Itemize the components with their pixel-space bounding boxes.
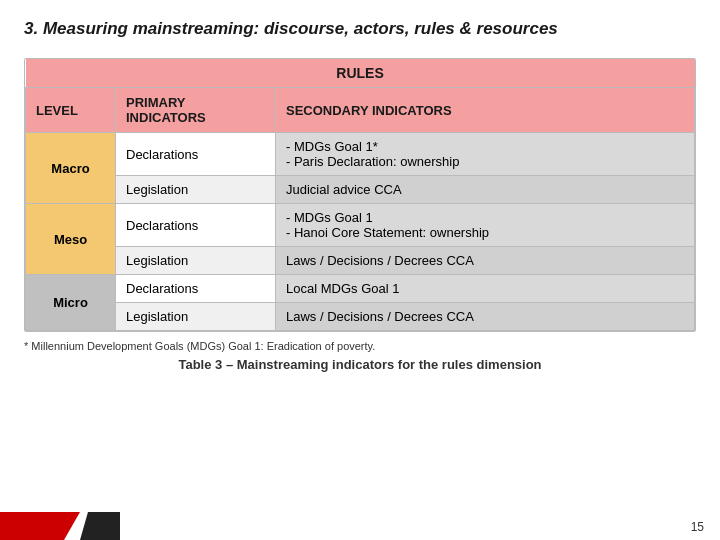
rules-table-wrapper: RULES LEVEL PRIMARY INDICATORS SECONDARY… <box>24 58 696 332</box>
page-number: 15 <box>691 520 704 534</box>
secondary-macro-declarations: - MDGs Goal 1*- Paris Declaration: owner… <box>276 133 695 176</box>
bottom-decoration <box>0 512 120 540</box>
level-meso: Meso <box>26 204 116 275</box>
footnote: * Millennium Development Goals (MDGs) Go… <box>24 340 696 352</box>
primary-macro-legislation: Legislation <box>116 176 276 204</box>
secondary-micro-legislation: Laws / Decisions / Decrees CCA <box>276 303 695 331</box>
table-row: Macro Declarations - MDGs Goal 1*- Paris… <box>26 133 695 176</box>
primary-micro-declarations: Declarations <box>116 275 276 303</box>
deco-red <box>0 512 80 540</box>
secondary-meso-declarations: - MDGs Goal 1- Hanoi Core Statement: own… <box>276 204 695 247</box>
primary-meso-declarations: Declarations <box>116 204 276 247</box>
page-container: 3. Measuring mainstreaming: discourse, a… <box>0 0 720 540</box>
primary-meso-legislation: Legislation <box>116 247 276 275</box>
table-row: Micro Declarations Local MDGs Goal 1 <box>26 275 695 303</box>
primary-macro-declarations: Declarations <box>116 133 276 176</box>
col-header-secondary: SECONDARY INDICATORS <box>276 88 695 133</box>
col-header-level: LEVEL <box>26 88 116 133</box>
table-row: Meso Declarations - MDGs Goal 1- Hanoi C… <box>26 204 695 247</box>
title-italic: discourse, actors, rules & resources <box>264 19 558 38</box>
primary-micro-legislation: Legislation <box>116 303 276 331</box>
rules-table: RULES LEVEL PRIMARY INDICATORS SECONDARY… <box>25 59 695 331</box>
title-prefix: 3. Measuring mainstreaming: <box>24 19 264 38</box>
level-micro: Micro <box>26 275 116 331</box>
col-header-primary: PRIMARY INDICATORS <box>116 88 276 133</box>
secondary-micro-declarations: Local MDGs Goal 1 <box>276 275 695 303</box>
deco-dark <box>80 512 120 540</box>
table-row: Legislation Laws / Decisions / Decrees C… <box>26 303 695 331</box>
rules-header: RULES <box>26 59 695 88</box>
secondary-meso-legislation: Laws / Decisions / Decrees CCA <box>276 247 695 275</box>
table-caption: Table 3 – Mainstreaming indicators for t… <box>24 357 696 372</box>
table-row: Legislation Laws / Decisions / Decrees C… <box>26 247 695 275</box>
level-macro: Macro <box>26 133 116 204</box>
table-row: Legislation Judicial advice CCA <box>26 176 695 204</box>
secondary-macro-legislation: Judicial advice CCA <box>276 176 695 204</box>
page-title: 3. Measuring mainstreaming: discourse, a… <box>24 18 696 40</box>
